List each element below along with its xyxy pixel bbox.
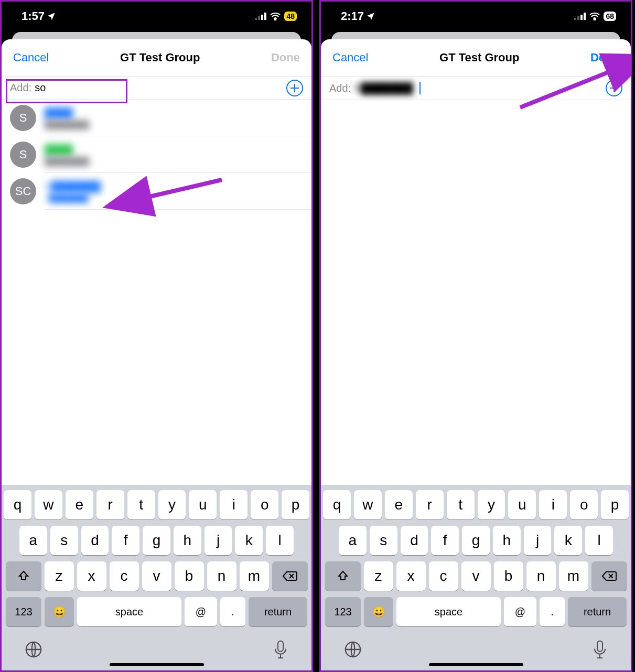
- sheet-title: GT Test Group: [439, 51, 519, 64]
- key-i[interactable]: i: [539, 490, 567, 519]
- key-x[interactable]: x: [77, 561, 106, 591]
- key-g[interactable]: g: [143, 526, 170, 555]
- key-d[interactable]: d: [401, 526, 428, 555]
- key-n[interactable]: n: [526, 561, 556, 591]
- selected-contact-token[interactable]: S███████: [354, 82, 413, 94]
- key-b[interactable]: b: [175, 561, 204, 591]
- contact-suggestions: S ████ ████████ S ████ ████████ SC S████…: [2, 100, 311, 210]
- onscreen-keyboard[interactable]: q w e r t y u i o p a s d f g h: [2, 485, 311, 670]
- key-h[interactable]: h: [493, 526, 521, 555]
- backspace-key[interactable]: [272, 561, 308, 591]
- key-g[interactable]: g: [462, 526, 490, 555]
- key-l[interactable]: l: [266, 526, 294, 555]
- key-f[interactable]: f: [112, 526, 139, 555]
- kb-row-1: q w e r t y u i o p: [4, 490, 309, 519]
- cellular-icon: [255, 13, 266, 20]
- plus-icon[interactable]: [606, 80, 622, 96]
- battery-badge: 48: [284, 12, 297, 21]
- key-u[interactable]: u: [508, 490, 536, 519]
- mic-icon[interactable]: [273, 640, 288, 662]
- key-f[interactable]: f: [431, 526, 459, 555]
- key-s[interactable]: s: [50, 526, 78, 555]
- at-key[interactable]: @: [504, 597, 536, 626]
- contact-row[interactable]: S ████ ████████: [2, 100, 311, 136]
- key-a[interactable]: a: [339, 526, 367, 555]
- svg-point-12: [594, 18, 595, 19]
- key-p[interactable]: p: [282, 490, 309, 519]
- key-m[interactable]: m: [559, 561, 588, 591]
- backspace-key[interactable]: [591, 561, 627, 591]
- cancel-button[interactable]: Cancel: [332, 51, 368, 64]
- key-h[interactable]: h: [174, 526, 201, 555]
- home-indicator[interactable]: [110, 663, 204, 666]
- key-w[interactable]: w: [35, 490, 62, 519]
- home-indicator[interactable]: [429, 663, 523, 666]
- globe-icon[interactable]: [25, 641, 42, 660]
- key-e[interactable]: e: [385, 490, 413, 519]
- key-c[interactable]: c: [429, 561, 458, 591]
- svg-rect-0: [255, 18, 257, 20]
- contact-row[interactable]: S ████ ████████: [2, 136, 311, 173]
- cancel-button[interactable]: Cancel: [13, 51, 49, 64]
- onscreen-keyboard[interactable]: q w e r t y u i o p a s d f g h: [321, 485, 631, 670]
- key-p[interactable]: p: [601, 490, 629, 519]
- key-n[interactable]: n: [207, 561, 236, 591]
- key-d[interactable]: d: [81, 526, 109, 555]
- key-r[interactable]: r: [96, 490, 124, 519]
- plus-icon[interactable]: [286, 80, 303, 96]
- wifi-icon: [589, 12, 600, 20]
- key-m[interactable]: m: [240, 561, 269, 591]
- key-a[interactable]: a: [19, 526, 47, 555]
- done-button[interactable]: Done: [271, 51, 300, 64]
- key-c[interactable]: c: [110, 561, 139, 591]
- key-q[interactable]: q: [4, 490, 31, 519]
- key-r[interactable]: r: [416, 490, 444, 519]
- key-v[interactable]: v: [142, 561, 171, 591]
- key-y[interactable]: y: [158, 490, 186, 519]
- emoji-key[interactable]: 😀: [45, 597, 74, 626]
- add-label: Add:: [329, 82, 351, 94]
- shift-key[interactable]: [325, 561, 361, 591]
- emoji-key[interactable]: 😀: [364, 597, 393, 626]
- add-contact-field[interactable]: Add: S███████: [321, 76, 631, 100]
- key-v[interactable]: v: [461, 561, 491, 591]
- key-t[interactable]: t: [447, 490, 475, 519]
- space-key[interactable]: space: [77, 597, 181, 626]
- key-k[interactable]: k: [554, 526, 582, 555]
- contact-row[interactable]: SC S███████ +███████: [2, 173, 311, 210]
- key-w[interactable]: w: [354, 490, 382, 519]
- svg-rect-10: [580, 15, 583, 20]
- key-q[interactable]: q: [323, 490, 351, 519]
- mic-icon[interactable]: [592, 640, 608, 662]
- dot-key[interactable]: .: [540, 597, 565, 626]
- at-key[interactable]: @: [185, 597, 217, 626]
- add-input-value: so: [35, 82, 46, 94]
- key-z[interactable]: z: [45, 561, 74, 591]
- dot-key[interactable]: .: [220, 597, 245, 626]
- key-j[interactable]: j: [205, 526, 232, 555]
- add-contact-field[interactable]: Add: so: [2, 76, 311, 100]
- key-s[interactable]: s: [370, 526, 397, 555]
- key-t[interactable]: t: [127, 490, 155, 519]
- key-o[interactable]: o: [570, 490, 598, 519]
- key-b[interactable]: b: [494, 561, 523, 591]
- done-button[interactable]: Done: [590, 51, 619, 64]
- numbers-key[interactable]: 123: [6, 597, 41, 626]
- return-key[interactable]: return: [568, 597, 627, 626]
- shift-key[interactable]: [6, 561, 41, 591]
- key-e[interactable]: e: [66, 490, 93, 519]
- return-key[interactable]: return: [249, 597, 307, 626]
- key-k[interactable]: k: [235, 526, 263, 555]
- key-y[interactable]: y: [478, 490, 505, 519]
- key-i[interactable]: i: [220, 490, 247, 519]
- key-u[interactable]: u: [189, 490, 217, 519]
- numbers-key[interactable]: 123: [325, 597, 361, 626]
- globe-icon[interactable]: [344, 641, 362, 660]
- key-l[interactable]: l: [585, 526, 613, 555]
- key-z[interactable]: z: [364, 561, 393, 591]
- key-o[interactable]: o: [251, 490, 278, 519]
- key-x[interactable]: x: [396, 561, 426, 591]
- key-j[interactable]: j: [524, 526, 552, 555]
- nav-bar: Cancel GT Test Group Done: [2, 39, 311, 76]
- space-key[interactable]: space: [396, 597, 501, 626]
